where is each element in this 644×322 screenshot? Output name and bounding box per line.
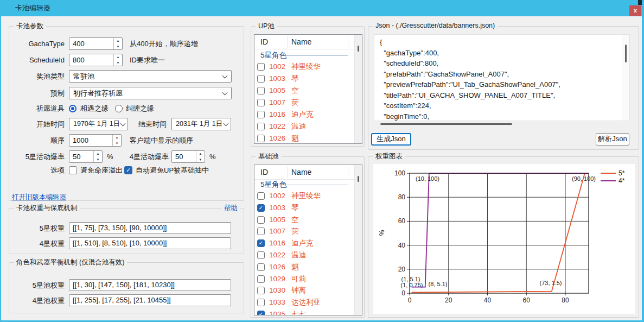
checkbox-auto-avoid-up-in-base-label: 自动避免UP被基础抽中: [136, 164, 209, 177]
help-link[interactable]: 帮助: [221, 204, 240, 213]
row-checkbox[interactable]: [257, 192, 265, 200]
row-checkbox[interactable]: [257, 99, 265, 106]
radio-intertwined-fate[interactable]: [115, 105, 123, 112]
list-item[interactable]: ✓1035七七: [254, 308, 355, 315]
base-pool-scrollbar[interactable]: [354, 165, 362, 315]
base-col-id[interactable]: ID: [260, 166, 268, 179]
row-checkbox[interactable]: [257, 216, 265, 224]
row-checkbox[interactable]: [257, 111, 265, 118]
spin-down-icon[interactable]: ▼: [94, 157, 102, 163]
list-item[interactable]: 1026魈: [254, 261, 355, 273]
gacha-type-spinner[interactable]: ▲▼: [113, 38, 122, 49]
spin-down-icon[interactable]: ▼: [113, 141, 121, 147]
row-checkbox[interactable]: [257, 299, 265, 306]
begin-time-picker[interactable]: 1970年 1月 1日: [69, 118, 128, 130]
up-col-id[interactable]: ID: [260, 35, 268, 48]
rate5-spinner[interactable]: ▲▼: [93, 151, 102, 162]
json-hscrollbar[interactable]: [374, 122, 626, 126]
spin-up-icon[interactable]: ▲: [196, 151, 205, 157]
row-checkbox[interactable]: ✓: [257, 311, 265, 315]
row-checkbox[interactable]: [257, 275, 265, 283]
list-item[interactable]: 1005空: [254, 214, 355, 226]
base-pool-list[interactable]: ID Name 5星角色 1002神里绫华✓1003琴1005空1007荧✓10…: [254, 165, 362, 315]
pool-weight4-label: 4星池权重: [9, 294, 65, 307]
weight5-input[interactable]: [[1, 75], [73, 150], [90, 10000]]: [69, 222, 231, 234]
list-item[interactable]: 1033达达利亚: [254, 296, 355, 308]
checkbox-auto-avoid-up-in-base[interactable]: ✓: [124, 166, 132, 174]
spin-up-icon[interactable]: ▲: [114, 38, 122, 44]
row-id: 1030: [269, 285, 285, 296]
spin-up-icon[interactable]: ▲: [113, 135, 121, 141]
chevron-down-icon: [120, 121, 126, 127]
row-checkbox[interactable]: [257, 135, 265, 142]
pool-type-select[interactable]: 常驻池: [69, 70, 232, 83]
scrollbar-thumb[interactable]: [358, 46, 359, 52]
list-item[interactable]: 1007荧: [254, 225, 355, 237]
list-item[interactable]: ✓1016迪卢克: [254, 237, 355, 249]
title-bar[interactable]: 卡池编辑器 x: [0, 0, 644, 16]
pool-weight4-input[interactable]: [[1, 255], [17, 255], [21, 10455]]: [69, 294, 231, 306]
row-checkbox[interactable]: [257, 75, 265, 83]
row-checkbox[interactable]: ✓: [257, 239, 265, 247]
scrollbar-thumb[interactable]: [625, 45, 627, 62]
row-checkbox[interactable]: [257, 228, 265, 235]
list-item[interactable]: 1007荧: [254, 97, 355, 109]
rate4-spinner[interactable]: ▲▼: [196, 151, 205, 162]
spin-up-icon[interactable]: ▲: [94, 151, 102, 157]
rate5-input[interactable]: 50 ▲▼: [69, 150, 103, 163]
row-checkbox[interactable]: [257, 63, 265, 71]
base-col-name[interactable]: Name: [291, 166, 311, 179]
checkbox-avoid-constellation-overflow[interactable]: [69, 166, 77, 174]
json-vscrollbar[interactable]: [622, 35, 629, 121]
row-checkbox[interactable]: [257, 251, 265, 259]
parse-json-button[interactable]: 解析Json: [596, 133, 629, 146]
json-textarea[interactable]: { "gachaType":400, "scheduleId":800, "pr…: [374, 34, 630, 121]
up-pool-scrollbar[interactable]: [354, 35, 362, 143]
gacha-type-input[interactable]: 400 ▲▼: [69, 37, 123, 50]
list-item[interactable]: 1022温迪: [254, 121, 355, 132]
list-item[interactable]: 1030钟离: [254, 285, 355, 296]
list-item[interactable]: 1005空: [254, 85, 355, 97]
row-checkbox[interactable]: [257, 123, 265, 130]
preset-select[interactable]: 初行者推荐祈愿: [69, 87, 232, 99]
list-item[interactable]: ✓1003琴: [254, 202, 355, 214]
scrollbar-thumb[interactable]: [358, 176, 359, 182]
end-time-picker[interactable]: 2031年 1月 1日: [171, 118, 231, 130]
radio-acquaint-fate[interactable]: [69, 105, 76, 112]
spin-down-icon[interactable]: ▼: [196, 157, 205, 163]
list-item[interactable]: 1029可莉: [254, 273, 355, 285]
list-item[interactable]: 1026魈: [254, 132, 355, 144]
row-checkbox[interactable]: [257, 263, 265, 271]
list-item[interactable]: 1002神里绫华: [254, 190, 355, 202]
up-col-name[interactable]: Name: [291, 35, 311, 48]
rate5-unit: %: [107, 150, 113, 163]
open-legacy-editor-link[interactable]: 打开旧版本编辑器: [12, 193, 66, 202]
order-spinner[interactable]: ▲▼: [112, 135, 121, 146]
spin-down-icon[interactable]: ▼: [114, 60, 122, 66]
generate-json-button[interactable]: 生成Json: [371, 133, 411, 146]
list-item[interactable]: 1002神里绫华: [254, 61, 355, 73]
list-item[interactable]: 1016迪卢克: [254, 109, 355, 121]
row-checkbox[interactable]: [257, 287, 265, 294]
column-separator: [288, 36, 288, 48]
up-pool-list[interactable]: ID Name 5星角色 1002神里绫华1003琴1005空1007荧1016…: [254, 34, 362, 144]
schedule-id-spinner[interactable]: ▲▼: [113, 54, 122, 66]
spin-up-icon[interactable]: ▲: [114, 54, 122, 60]
spin-down-icon[interactable]: ▼: [114, 44, 122, 50]
list-item[interactable]: 1003琴: [254, 73, 355, 85]
weight4-input[interactable]: [[1, 510], [8, 510], [10, 10000]]: [69, 237, 231, 249]
row-checkbox[interactable]: [257, 87, 265, 94]
order-input[interactable]: 1000 ▲▼: [69, 134, 122, 147]
schedule-id-input[interactable]: 800 ▲▼: [69, 54, 123, 66]
scrollbar-thumb[interactable]: [380, 123, 512, 125]
list-item[interactable]: 1022温迪: [254, 249, 355, 261]
chevron-down-icon: [222, 90, 228, 96]
row-id: 1026: [269, 132, 285, 144]
rate4-input[interactable]: 50 ▲▼: [171, 150, 205, 163]
close-button[interactable]: x: [629, 5, 641, 16]
row-name: 魈: [291, 261, 299, 273]
group-weight-chart: 权重图表 020406080020406080100%(10, 100)(90,…: [368, 156, 639, 318]
pool-weight5-input[interactable]: [[1, 30], [147, 150], [181, 10230]]: [69, 279, 231, 291]
row-checkbox[interactable]: ✓: [257, 204, 265, 212]
row-id: 1005: [269, 85, 285, 97]
